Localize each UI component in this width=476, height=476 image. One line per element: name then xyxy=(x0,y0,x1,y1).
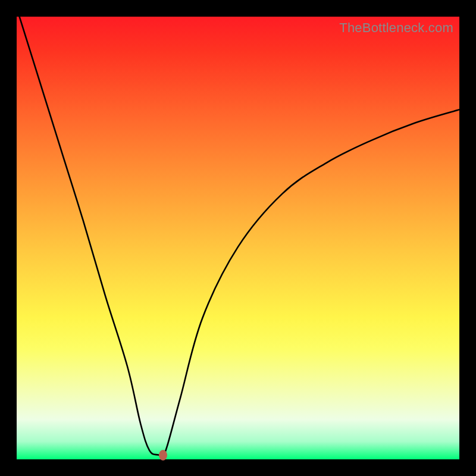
bottleneck-curve xyxy=(17,17,459,459)
plot-area: TheBottleneck.com xyxy=(17,17,459,459)
chart-frame: TheBottleneck.com xyxy=(0,0,476,476)
optimal-point-marker xyxy=(159,450,167,461)
watermark-text: TheBottleneck.com xyxy=(339,20,453,36)
